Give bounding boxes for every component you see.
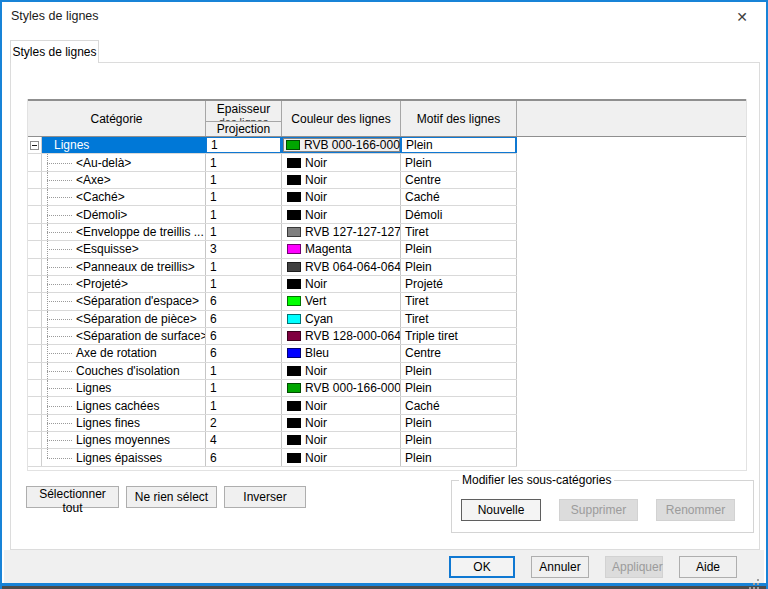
line-color-cell[interactable]: Noir (282, 154, 401, 170)
table-row[interactable]: Lignes moyennes 4 Noir Plein (28, 432, 517, 449)
button-annuler[interactable]: Annuler (531, 556, 589, 578)
button-inverser[interactable]: Inverser (224, 486, 306, 508)
table-row[interactable]: <Enveloppe de treillis ... 1 RVB 127-127… (28, 224, 517, 241)
line-weight-cell[interactable]: 1 (206, 276, 282, 292)
table-row[interactable]: Lignes épaisses 6 Noir Plein (28, 449, 517, 466)
table-row[interactable]: Axe de rotation 6 Bleu Centre (28, 345, 517, 362)
button-nouvelle[interactable]: Nouvelle (461, 499, 541, 521)
line-color-cell[interactable]: Noir (282, 172, 401, 188)
table-row[interactable]: <Axe> 1 Noir Centre (28, 172, 517, 189)
line-color-button[interactable]: Noir (285, 189, 400, 205)
line-color-cell[interactable]: Noir (282, 363, 401, 379)
column-header-category[interactable]: Catégorie (28, 101, 206, 136)
line-color-button[interactable]: RVB 128-000-064 (285, 328, 400, 344)
column-header-pattern[interactable]: Motif des lignes (401, 101, 517, 136)
line-pattern-cell[interactable]: Tiret (401, 224, 517, 240)
line-color-button[interactable]: RVB 127-127-127 (285, 224, 400, 240)
category-cell[interactable]: Lignes (42, 137, 206, 153)
table-row[interactable]: <Démoli> 1 Noir Démoli (28, 206, 517, 223)
line-color-button[interactable]: Noir (285, 154, 400, 170)
line-color-button[interactable]: Noir (285, 397, 400, 413)
category-cell[interactable]: <Séparation de pièce> (42, 311, 206, 327)
table-row[interactable]: <Au-delà> 1 Noir Plein (28, 154, 517, 171)
category-cell[interactable]: <Enveloppe de treillis ... (42, 224, 206, 240)
collapse-expander-icon[interactable] (30, 141, 39, 150)
line-weight-cell[interactable]: 1 (206, 154, 282, 170)
category-cell[interactable]: Lignes fines (42, 415, 206, 431)
line-weight-cell[interactable]: 1 (206, 189, 282, 205)
line-color-button[interactable]: RVB 064-064-064 (285, 259, 400, 275)
column-header-thickness[interactable]: Epaisseur des lignes Projection (206, 101, 282, 136)
button-selectionner-tout[interactable]: Sélectionner tout (26, 486, 119, 508)
table-row[interactable]: <Séparation de pièce> 6 Cyan Tiret (28, 311, 517, 328)
table-row[interactable]: Lignes cachées 1 Noir Caché (28, 397, 517, 414)
line-weight-cell[interactable]: 6 (206, 328, 282, 344)
category-cell[interactable]: <Au-delà> (42, 154, 206, 170)
line-color-cell[interactable]: Noir (282, 189, 401, 205)
column-header-color[interactable]: Couleur des lignes (282, 101, 401, 136)
category-cell[interactable]: <Projeté> (42, 276, 206, 292)
line-weight-cell[interactable]: 1 (206, 363, 282, 379)
line-color-cell[interactable]: RVB 064-064-064 (282, 259, 401, 275)
line-color-cell[interactable]: RVB 000-166-000 (282, 380, 401, 396)
table-row[interactable]: Lignes fines 2 Noir Plein (28, 415, 517, 432)
line-color-button[interactable]: Noir (285, 432, 400, 448)
line-color-cell[interactable]: Noir (282, 432, 401, 448)
line-weight-cell[interactable]: 2 (206, 415, 282, 431)
line-color-button[interactable]: Noir (285, 276, 400, 292)
category-cell[interactable]: <Séparation d'espace> (42, 293, 206, 309)
line-weight-cell[interactable]: 1 (206, 172, 282, 188)
line-color-cell[interactable]: Noir (282, 449, 401, 465)
line-color-button[interactable]: Noir (285, 363, 400, 379)
category-cell[interactable]: Couches d'isolation (42, 363, 206, 379)
line-pattern-cell[interactable]: Centre (401, 172, 517, 188)
line-pattern-cell[interactable]: Plein (401, 241, 517, 257)
line-pattern-cell[interactable]: Plein (401, 137, 517, 153)
table-row[interactable]: <Esquisse> 3 Magenta Plein (28, 241, 517, 258)
line-color-button[interactable]: Magenta (285, 241, 400, 257)
line-pattern-cell[interactable]: Plein (401, 415, 517, 431)
line-pattern-cell[interactable]: Démoli (401, 206, 517, 222)
line-weight-cell[interactable]: 1 (206, 206, 282, 222)
line-weight-cell[interactable]: 1 (206, 137, 282, 153)
line-pattern-cell[interactable]: Tiret (401, 311, 517, 327)
line-color-button[interactable]: RVB 000-166-000 (285, 380, 400, 396)
resize-grip[interactable] (757, 579, 759, 581)
line-pattern-cell[interactable]: Plein (401, 154, 517, 170)
line-color-cell[interactable]: Noir (282, 415, 401, 431)
category-cell[interactable]: Lignes cachées (42, 397, 206, 413)
line-color-cell[interactable]: RVB 127-127-127 (282, 224, 401, 240)
line-color-cell[interactable]: RVB 000-166-000 (282, 137, 401, 153)
line-weight-cell[interactable]: 1 (206, 259, 282, 275)
tab-styles-de-lignes[interactable]: Styles de lignes (10, 40, 99, 63)
line-weight-cell[interactable]: 6 (206, 311, 282, 327)
table-row[interactable]: Couches d'isolation 1 Noir Plein (28, 363, 517, 380)
line-color-button[interactable]: RVB 000-166-000 (283, 138, 400, 152)
table-row[interactable]: <Séparation d'espace> 6 Vert Tiret (28, 293, 517, 310)
line-weight-cell[interactable]: 6 (206, 293, 282, 309)
line-color-cell[interactable]: Cyan (282, 311, 401, 327)
category-cell[interactable]: <Démoli> (42, 206, 206, 222)
button-ne-rien-select[interactable]: Ne rien sélect (126, 486, 217, 508)
line-pattern-cell[interactable]: Plein (401, 432, 517, 448)
line-weight-cell[interactable]: 1 (206, 397, 282, 413)
line-color-cell[interactable]: Noir (282, 276, 401, 292)
line-pattern-cell[interactable]: Projeté (401, 276, 517, 292)
category-cell[interactable]: Axe de rotation (42, 345, 206, 361)
line-color-button[interactable]: Noir (285, 172, 400, 188)
line-color-button[interactable]: Cyan (285, 311, 400, 327)
line-pattern-cell[interactable]: Plein (401, 259, 517, 275)
table-row[interactable]: <Panneaux de treillis> 1 RVB 064-064-064… (28, 259, 517, 276)
table-row[interactable]: Lignes 1 RVB 000-166-000 Plein (28, 137, 517, 154)
table-row[interactable]: Lignes 1 RVB 000-166-000 Plein (28, 380, 517, 397)
line-color-cell[interactable]: Noir (282, 206, 401, 222)
line-weight-cell[interactable]: 3 (206, 241, 282, 257)
line-pattern-cell[interactable]: Centre (401, 345, 517, 361)
line-pattern-cell[interactable]: Caché (401, 397, 517, 413)
table-row[interactable]: <Projeté> 1 Noir Projeté (28, 276, 517, 293)
table-row[interactable]: <Caché> 1 Noir Caché (28, 189, 517, 206)
line-weight-cell[interactable]: 6 (206, 449, 282, 465)
category-cell[interactable]: <Panneaux de treillis> (42, 259, 206, 275)
line-pattern-cell[interactable]: Triple tiret (401, 328, 517, 344)
line-color-button[interactable]: Bleu (285, 345, 400, 361)
